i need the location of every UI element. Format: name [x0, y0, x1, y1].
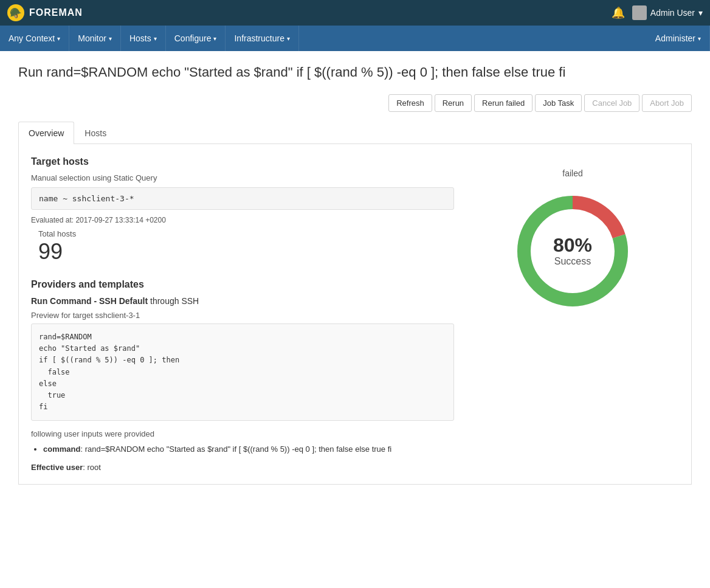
failed-label: failed	[562, 168, 582, 178]
nav-hosts[interactable]: Hosts ▾	[121, 26, 166, 51]
job-task-button[interactable]: Job Task	[535, 94, 582, 112]
overview-grid: Target hosts Manual selection using Stat…	[31, 156, 679, 472]
total-hosts-number: 99	[38, 238, 454, 265]
query-description: Manual selection using Static Query	[31, 173, 454, 182]
topbar: 🪖 FOREMAN 🔔 Admin User ▾	[0, 0, 710, 26]
nav-administer-label: Administer	[655, 33, 695, 43]
providers-title: Providers and templates	[31, 279, 454, 290]
target-hosts-title: Target hosts	[31, 156, 454, 167]
total-hosts-label: Total hosts	[38, 229, 454, 238]
topbar-left: 🪖 FOREMAN	[7, 4, 83, 21]
donut-percent: 80%	[553, 235, 592, 256]
query-box: name ~ sshclient-3-*	[31, 187, 454, 210]
user-avatar	[632, 5, 647, 20]
nav-infrastructure-caret: ▾	[287, 35, 290, 42]
user-inputs-label: following user inputs were provided	[31, 429, 454, 438]
target-hosts-section: Target hosts Manual selection using Stat…	[31, 156, 454, 265]
user-inputs-list: command: rand=$RANDOM echo "Started as $…	[43, 443, 454, 455]
provider-description: Run Command - SSH Default through SSH	[31, 296, 454, 306]
overview-left: Target hosts Manual selection using Stat…	[31, 156, 454, 472]
topbar-right: 🔔 Admin User ▾	[612, 5, 703, 20]
provider-name: Run Command - SSH Default	[31, 296, 148, 306]
rerun-button[interactable]: Rerun	[435, 94, 472, 112]
nav-configure[interactable]: Configure ▾	[166, 26, 226, 51]
nav-infrastructure-label: Infrastructure	[234, 33, 284, 43]
nav-monitor[interactable]: Monitor ▾	[69, 26, 121, 51]
refresh-button[interactable]: Refresh	[388, 94, 432, 112]
effective-user-key: Effective user	[31, 463, 83, 472]
page-title: Run rand=$RANDOM echo "Started as $rand"…	[18, 63, 692, 82]
abort-job-button[interactable]: Abort Job	[642, 94, 692, 112]
tab-hosts-label: Hosts	[84, 128, 106, 138]
nav-monitor-caret: ▾	[109, 35, 112, 42]
nav-configure-caret: ▾	[213, 35, 216, 42]
preview-label: Preview for target sshclient-3-1	[31, 311, 454, 320]
app-name: FOREMAN	[29, 7, 83, 18]
nav-administer[interactable]: Administer ▾	[647, 26, 710, 51]
list-item: command: rand=$RANDOM echo "Started as $…	[43, 443, 454, 455]
input-value: : rand=$RANDOM echo "Started as $rand" i…	[80, 444, 391, 454]
tabs-container: Overview Hosts	[18, 122, 692, 144]
navbar: Any Context ▾ Monitor ▾ Hosts ▾ Configur…	[0, 26, 710, 51]
nav-any-context-label: Any Context	[9, 33, 55, 43]
cancel-job-button[interactable]: Cancel Job	[584, 94, 639, 112]
user-caret-icon: ▾	[698, 8, 703, 18]
nav-configure-label: Configure	[174, 33, 212, 43]
nav-administer-caret: ▾	[698, 35, 701, 42]
effective-user-section: Effective user: root	[31, 463, 454, 472]
chart-container: failed 80% Success	[466, 156, 679, 472]
nav-hosts-caret: ▾	[154, 35, 157, 42]
action-bar: Refresh Rerun Rerun failed Job Task Canc…	[18, 94, 692, 112]
nav-any-context-caret: ▾	[57, 35, 60, 42]
nav-any-context[interactable]: Any Context ▾	[0, 26, 69, 51]
donut-center: 80% Success	[553, 235, 592, 267]
nav-monitor-label: Monitor	[78, 33, 106, 43]
tab-content-overview: Target hosts Manual selection using Stat…	[18, 144, 692, 485]
input-key: command	[43, 444, 80, 454]
rerun-failed-button[interactable]: Rerun failed	[474, 94, 532, 112]
user-menu[interactable]: Admin User ▾	[632, 5, 703, 20]
provider-via-text: through SSH	[150, 296, 199, 306]
tab-hosts[interactable]: Hosts	[74, 122, 117, 144]
evaluated-at: Evaluated at: 2017-09-27 13:33:14 +0200	[31, 216, 454, 224]
donut-chart: 80% Success	[506, 184, 639, 318]
user-label: Admin User	[650, 8, 695, 18]
user-inputs-section: following user inputs were provided comm…	[31, 429, 454, 455]
notification-bell-icon[interactable]: 🔔	[612, 6, 625, 19]
tab-overview-label: Overview	[29, 128, 64, 138]
navbar-right: Administer ▾	[647, 26, 710, 51]
navbar-left: Any Context ▾ Monitor ▾ Hosts ▾ Configur…	[0, 26, 299, 51]
nav-hosts-label: Hosts	[129, 33, 151, 43]
nav-infrastructure[interactable]: Infrastructure ▾	[226, 26, 298, 51]
code-preview: rand=$RANDOM echo "Started as $rand" if …	[31, 323, 454, 421]
providers-section: Providers and templates Run Command - SS…	[31, 279, 454, 421]
foreman-logo: 🪖	[7, 4, 24, 21]
effective-user-value: : root	[83, 463, 101, 472]
tab-overview[interactable]: Overview	[18, 122, 74, 144]
donut-sub: Success	[553, 256, 592, 267]
page-content: Run rand=$RANDOM echo "Started as $rand"…	[0, 51, 710, 497]
